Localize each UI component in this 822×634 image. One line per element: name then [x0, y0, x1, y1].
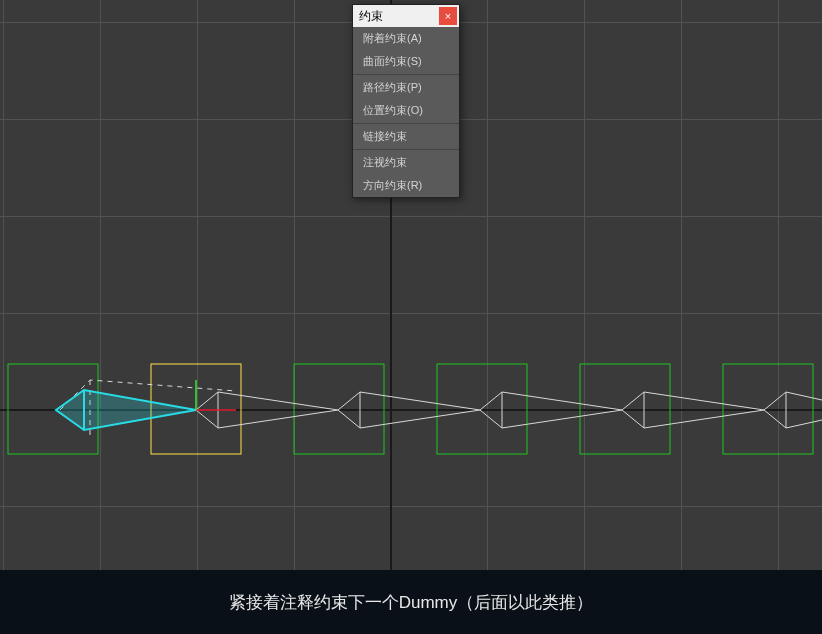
menu-title: 约束: [359, 8, 383, 25]
close-icon[interactable]: ×: [439, 7, 457, 25]
menu-separator: [353, 123, 459, 124]
menu-item-orient[interactable]: 方向约束(R): [353, 174, 459, 197]
caption-text: 紧接着注释约束下一个Dummy（后面以此类推）: [229, 591, 594, 614]
menu-item-position[interactable]: 位置约束(O): [353, 99, 459, 122]
menu-header[interactable]: 约束 ×: [353, 5, 459, 27]
viewport-3d[interactable]: 约束 × 附着约束(A) 曲面约束(S) 路径约束(P) 位置约束(O) 链接约…: [0, 0, 822, 570]
menu-item-surface[interactable]: 曲面约束(S): [353, 50, 459, 73]
menu-item-lookat[interactable]: 注视约束: [353, 151, 459, 174]
constraints-menu: 约束 × 附着约束(A) 曲面约束(S) 路径约束(P) 位置约束(O) 链接约…: [352, 4, 460, 198]
gizmo: [196, 380, 236, 410]
menu-separator: [353, 149, 459, 150]
menu-item-link[interactable]: 链接约束: [353, 125, 459, 148]
menu-body: 附着约束(A) 曲面约束(S) 路径约束(P) 位置约束(O) 链接约束 注视约…: [353, 27, 459, 197]
caption-bar: 紧接着注释约束下一个Dummy（后面以此类推）: [0, 570, 822, 634]
menu-separator: [353, 74, 459, 75]
menu-item-attach[interactable]: 附着约束(A): [353, 27, 459, 50]
menu-item-path[interactable]: 路径约束(P): [353, 76, 459, 99]
